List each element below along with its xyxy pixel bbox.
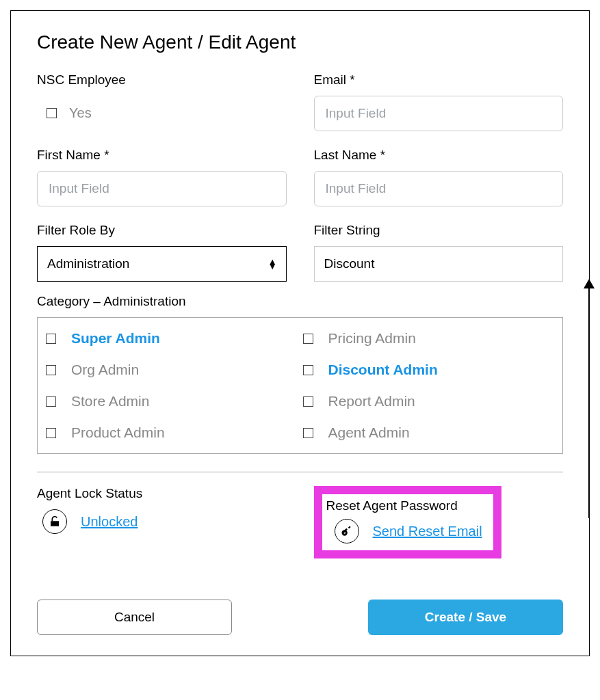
role-checkbox[interactable] xyxy=(303,365,313,375)
role-item[interactable]: Product Admin xyxy=(46,425,298,441)
page-title: Create New Agent / Edit Agent xyxy=(37,31,563,53)
role-label: Org Admin xyxy=(71,362,139,378)
nsc-employee-checkbox[interactable] xyxy=(47,108,57,118)
role-label: Discount Admin xyxy=(328,362,438,378)
first-name-field[interactable] xyxy=(37,171,287,206)
role-item[interactable]: Store Admin xyxy=(46,393,298,409)
agent-form-panel: Create New Agent / Edit Agent NSC Employ… xyxy=(10,10,590,656)
last-name-field[interactable] xyxy=(314,171,564,206)
role-label: Report Admin xyxy=(328,393,415,409)
role-label: Pricing Admin xyxy=(328,330,416,347)
role-checkbox[interactable] xyxy=(46,396,56,407)
email-label: Email * xyxy=(314,72,564,88)
select-arrows-icon: ▲▼ xyxy=(268,259,276,269)
svg-rect-0 xyxy=(51,521,59,526)
reset-password-highlight: Reset Agent Password Send Reset Email xyxy=(314,486,501,558)
filter-string-field[interactable] xyxy=(314,246,564,282)
divider xyxy=(37,472,563,472)
create-save-button[interactable]: Create / Save xyxy=(368,600,563,635)
role-label: Super Admin xyxy=(71,330,160,347)
nsc-employee-checkbox-row[interactable]: Yes xyxy=(37,96,287,121)
cancel-button[interactable]: Cancel xyxy=(37,600,232,635)
filter-role-value: Administration xyxy=(47,256,129,271)
category-heading: Category – Administration xyxy=(37,294,563,309)
nsc-employee-option: Yes xyxy=(69,105,92,121)
role-checkbox[interactable] xyxy=(303,334,313,344)
last-name-label: Last Name * xyxy=(314,148,564,163)
filter-role-label: Filter Role By xyxy=(37,223,287,238)
role-checkbox[interactable] xyxy=(46,334,56,344)
unlock-icon xyxy=(42,509,67,534)
lock-status-label: Agent Lock Status xyxy=(37,486,287,501)
filter-role-select[interactable]: Administration ▲▼ xyxy=(37,246,287,282)
nsc-employee-label: NSC Employee xyxy=(37,72,287,88)
first-name-label: First Name * xyxy=(37,148,287,163)
role-item[interactable]: Org Admin xyxy=(46,362,298,378)
send-reset-email-link[interactable]: Send Reset Email xyxy=(373,524,482,539)
role-label: Product Admin xyxy=(71,425,165,441)
category-box: Super AdminPricing AdminOrg AdminDiscoun… xyxy=(37,317,563,454)
role-item[interactable]: Agent Admin xyxy=(303,425,555,441)
annotation-arrow-icon xyxy=(575,279,596,525)
filter-string-label: Filter String xyxy=(314,223,564,238)
role-label: Agent Admin xyxy=(328,425,410,441)
role-label: Store Admin xyxy=(71,393,149,409)
role-checkbox[interactable] xyxy=(303,396,313,407)
role-checkbox[interactable] xyxy=(46,365,56,375)
email-field[interactable] xyxy=(314,96,564,131)
role-item[interactable]: Report Admin xyxy=(303,393,555,409)
role-checkbox[interactable] xyxy=(303,428,313,438)
reset-password-label: Reset Agent Password xyxy=(326,498,482,513)
svg-rect-4 xyxy=(348,526,350,529)
role-item[interactable]: Pricing Admin xyxy=(303,330,555,347)
unlocked-link[interactable]: Unlocked xyxy=(81,514,138,530)
role-checkbox[interactable] xyxy=(46,428,56,438)
role-item[interactable]: Super Admin xyxy=(46,330,298,347)
role-item[interactable]: Discount Admin xyxy=(303,362,555,378)
key-icon xyxy=(335,519,359,543)
